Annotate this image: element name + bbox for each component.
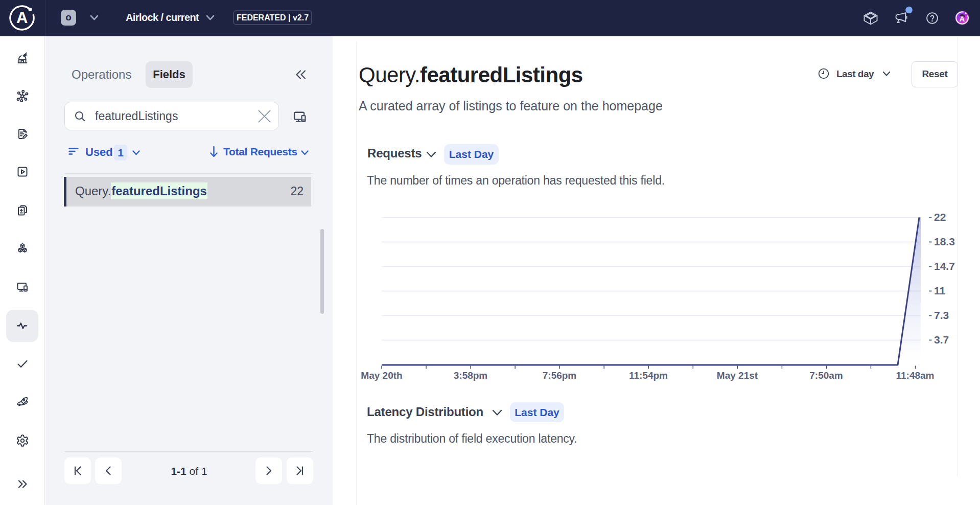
svg-text:May 21st: May 21st: [717, 370, 758, 381]
svg-text:22: 22: [934, 211, 946, 223]
svg-text:May 20th: May 20th: [361, 370, 402, 381]
svg-text:7:56pm: 7:56pm: [543, 370, 577, 381]
svg-text:3:58pm: 3:58pm: [454, 370, 488, 381]
svg-text:18.3: 18.3: [934, 236, 955, 247]
svg-text:A: A: [16, 9, 28, 27]
svg-text:11:48am: 11:48am: [896, 370, 934, 381]
svg-text:7.3: 7.3: [934, 309, 949, 321]
svg-text:11:54pm: 11:54pm: [629, 370, 668, 381]
svg-text:7:50am: 7:50am: [809, 370, 843, 381]
svg-text:14.7: 14.7: [934, 260, 955, 272]
svg-text:11: 11: [934, 285, 946, 296]
svg-text:3.7: 3.7: [934, 334, 949, 346]
